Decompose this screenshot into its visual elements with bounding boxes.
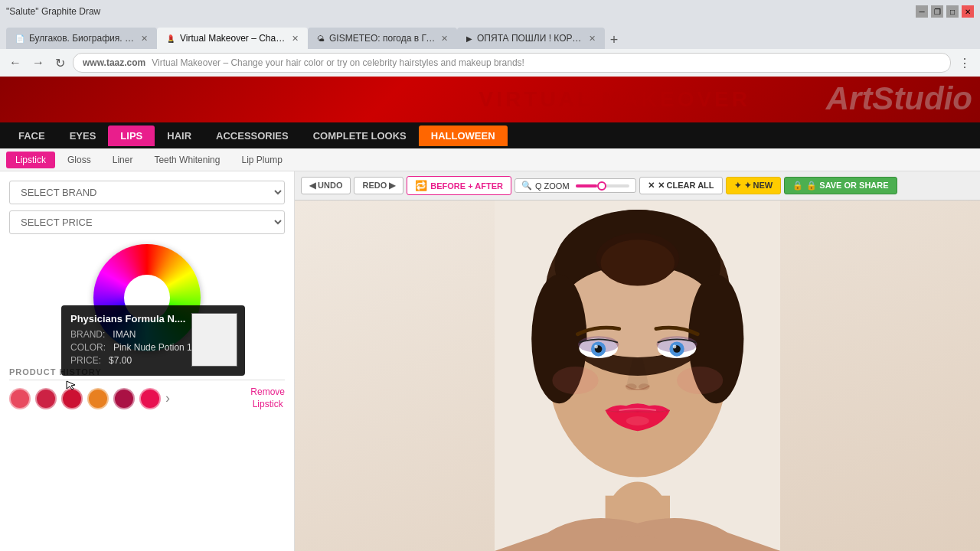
sub-tab-teeth[interactable]: Teeth Whitening <box>145 152 229 168</box>
clear-all-label: ✕ CLEAR ALL <box>658 181 714 191</box>
product-swatch <box>191 313 237 367</box>
history-more-icon[interactable]: › <box>165 390 170 406</box>
save-label: 🔒 SAVE OR SHARE <box>806 181 888 191</box>
address-bar[interactable]: www.taaz.com Virtual Makeover – Change y… <box>73 53 951 73</box>
tab2-close[interactable]: ✕ <box>292 34 299 44</box>
tab2-favicon: 💄 <box>166 34 175 43</box>
forward-button[interactable]: → <box>29 53 47 73</box>
minimize-button[interactable]: ─ <box>916 5 928 18</box>
remove-lipstick-button[interactable]: Remove Lipstick <box>250 386 285 410</box>
price-value: $7.00 <box>109 355 132 366</box>
app-header: VIRTUAL MAKEOVER ArtStudio <box>0 77 980 122</box>
nav-tab-hair[interactable]: HAIR <box>155 126 204 146</box>
before-after-icon: 🔁 <box>415 180 427 191</box>
browser-tab-4[interactable]: ▶ ОПЯТА ПОШЛИ ! КОРЗИН... ✕ <box>457 28 605 49</box>
nav-tab-face[interactable]: FACE <box>6 126 57 146</box>
nav-tab-complete-looks[interactable]: COMPLETE LOOKS <box>301 126 419 146</box>
address-site: www.taaz.com <box>83 57 145 68</box>
history-swatch-6[interactable] <box>139 388 161 409</box>
browser-chrome: "Salute" Graphite Draw ─ ❐ □ ✕ 📄 Булгако… <box>0 0 980 77</box>
svg-point-26 <box>677 367 723 394</box>
before-after-label: BEFORE + AFTER <box>430 181 503 191</box>
address-desc: Virtual Makeover – Change your hair colo… <box>152 57 524 68</box>
refresh-button[interactable]: ↻ <box>52 53 68 73</box>
new-button[interactable]: ✦ ✦ NEW <box>726 177 782 194</box>
nav-tab-halloween[interactable]: HALLOWEEN <box>419 126 508 146</box>
tab3-close[interactable]: ✕ <box>441 34 448 44</box>
tab4-favicon: ▶ <box>466 34 472 43</box>
tab2-label: Virtual Makeover – Chan... <box>180 33 287 44</box>
app-container: VIRTUAL MAKEOVER ArtStudio FACE EYES LIP… <box>0 77 980 551</box>
nav-tab-lips[interactable]: LIPS <box>108 126 155 146</box>
model-face-svg <box>495 201 781 551</box>
watermark: ArtStudio <box>826 80 972 117</box>
window-controls: ─ ❐ □ ✕ <box>916 5 974 18</box>
tab-bar: 📄 Булгаков. Биография. Скр... ✕ 💄 Virtua… <box>0 23 980 49</box>
redo-button[interactable]: REDO ▶ <box>354 177 403 194</box>
history-swatch-3[interactable] <box>61 388 83 409</box>
nav-tab-eyes[interactable]: EYES <box>57 126 109 146</box>
svg-point-20 <box>594 345 598 349</box>
nav-tab-accessories[interactable]: ACCESSORIES <box>204 126 301 146</box>
history-swatch-4[interactable] <box>87 388 109 409</box>
settings-button[interactable]: ⋮ <box>956 53 974 73</box>
brand-value: IMAN <box>113 329 136 340</box>
tab4-label: ОПЯТА ПОШЛИ ! КОРЗИН... <box>477 33 584 44</box>
save-button[interactable]: 🔒 🔒 SAVE OR SHARE <box>784 177 897 194</box>
history-swatch-1[interactable] <box>9 388 31 409</box>
main-nav: FACE EYES LIPS HAIR ACCESSORIES COMPLETE… <box>0 122 980 148</box>
new-label: ✦ NEW <box>744 181 773 191</box>
svg-point-22 <box>626 383 636 390</box>
browser-tab-1[interactable]: 📄 Булгаков. Биография. Скр... ✕ <box>6 28 157 49</box>
toolbar-row: ◀ UNDO REDO ▶ 🔁 BEFORE + AFTER 🔍 Q ZOOM … <box>295 171 980 201</box>
history-swatches: › Remove Lipstick <box>9 386 285 410</box>
zoom-control[interactable]: 🔍 Q ZOOM <box>514 178 636 193</box>
zoom-fill <box>576 184 597 187</box>
maximize-button[interactable]: □ <box>946 5 959 18</box>
save-icon: 🔒 <box>792 181 803 191</box>
zoom-slider <box>576 184 629 187</box>
tab1-favicon: 📄 <box>15 34 24 43</box>
sub-tab-gloss[interactable]: Gloss <box>58 152 100 168</box>
restore-button[interactable]: ❐ <box>931 5 943 18</box>
right-panel <box>295 171 980 551</box>
left-panel: SELECT BRAND SELECT PRICE Physicians For… <box>0 171 295 551</box>
history-swatch-2[interactable] <box>35 388 57 409</box>
tab3-label: GISMETEO: погода в Гоме... <box>329 33 436 44</box>
sub-tab-lipstick[interactable]: Lipstick <box>6 152 55 168</box>
zoom-icon: 🔍 <box>521 181 532 191</box>
close-button[interactable]: ✕ <box>962 5 974 18</box>
tab4-close[interactable]: ✕ <box>589 34 596 44</box>
svg-point-28 <box>600 240 674 285</box>
address-bar-row: ← → ↻ www.taaz.com Virtual Makeover – Ch… <box>0 49 980 77</box>
brand-label: BRAND: <box>70 329 105 340</box>
app-logo: VIRTUAL MAKEOVER <box>479 87 750 112</box>
color-label: COLOR: <box>70 342 106 353</box>
browser-tab-2[interactable]: 💄 Virtual Makeover – Chan... ✕ <box>157 28 308 49</box>
browser-tab-3[interactable]: 🌤 GISMETEO: погода в Гоме... ✕ <box>308 28 457 49</box>
history-swatch-5[interactable] <box>113 388 135 409</box>
brand-select[interactable]: SELECT BRAND <box>9 181 285 204</box>
price-label: PRICE: <box>70 355 101 366</box>
lipstick-label: Lipstick <box>253 399 283 409</box>
sub-tab-liner[interactable]: Liner <box>103 152 142 168</box>
zoom-thumb <box>597 181 606 191</box>
sub-nav: Lipstick Gloss Liner Teeth Whitening Lip… <box>0 148 980 171</box>
undo-button[interactable]: ◀ UNDO <box>301 177 351 194</box>
face-image-area <box>295 201 980 551</box>
back-button[interactable]: ← <box>6 53 24 73</box>
new-icon: ✦ <box>734 181 741 191</box>
svg-point-23 <box>639 383 649 390</box>
remove-label: Remove <box>250 386 285 397</box>
price-select[interactable]: SELECT PRICE <box>9 210 285 234</box>
svg-point-25 <box>552 367 598 394</box>
content-wrapper: ◀ UNDO REDO ▶ 🔁 BEFORE + AFTER 🔍 Q ZOOM … <box>0 171 980 551</box>
before-after-button[interactable]: 🔁 BEFORE + AFTER <box>407 176 511 195</box>
clear-all-button[interactable]: ✕ ✕ CLEAR ALL <box>639 177 723 194</box>
tab3-favicon: 🌤 <box>317 34 325 43</box>
tab1-close[interactable]: ✕ <box>141 34 148 44</box>
new-tab-button[interactable]: + <box>605 31 623 49</box>
sub-tab-plump[interactable]: Lip Plump <box>232 152 291 168</box>
zoom-slider-container[interactable] <box>576 184 629 187</box>
product-tooltip: Physicians Formula N.... BRAND: IMAN COL… <box>61 305 245 376</box>
